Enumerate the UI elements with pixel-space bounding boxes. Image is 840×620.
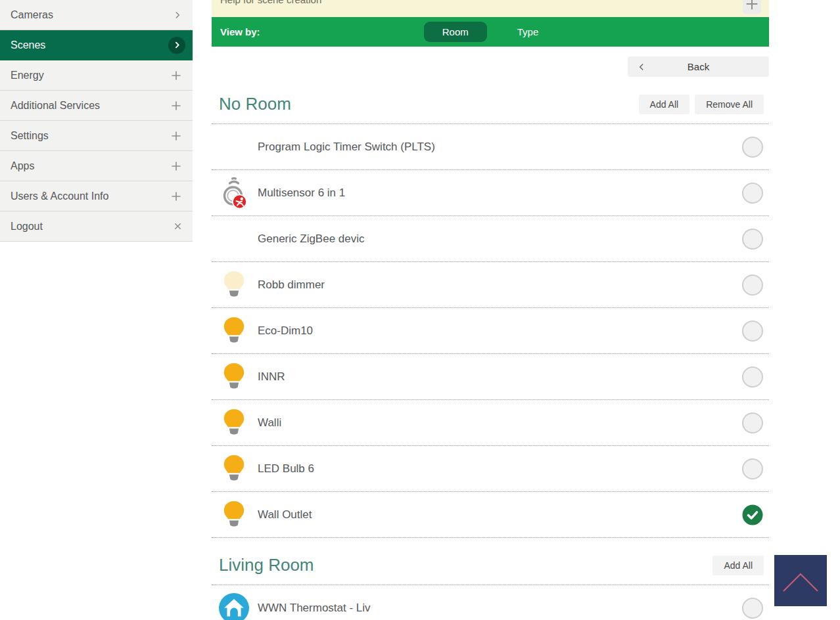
- back-button[interactable]: Back: [628, 56, 769, 77]
- device-name: Robb dimmer: [258, 278, 742, 292]
- section-header: Living RoomAdd All: [212, 538, 769, 585]
- sidebar-item-label: Additional Services: [11, 100, 100, 112]
- device-name: Program Logic Timer Switch (PLTS): [258, 141, 742, 154]
- device-selected-toggle[interactable]: [742, 504, 763, 525]
- section-title: No Room: [219, 94, 291, 114]
- bulb-on-icon: [219, 313, 249, 349]
- device-name: WWN Thermostat - Liv: [258, 602, 742, 615]
- device-name: LED Bulb 6: [258, 462, 742, 476]
- motion-sensor-icon: [219, 175, 249, 211]
- plus-icon: [170, 130, 182, 142]
- sidebar-item-label: Scenes: [11, 39, 45, 51]
- room-section-no-room: No RoomAdd AllRemove AllProgram Logic Ti…: [212, 77, 769, 538]
- sidebar-item-energy[interactable]: Energy: [0, 60, 193, 91]
- device-name: Multisensor 6 in 1: [258, 187, 742, 200]
- device-row: Robb dimmer: [212, 262, 769, 308]
- bulb-on-icon: [219, 497, 249, 533]
- sidebar-item-users-account-info[interactable]: Users & Account Info: [0, 181, 193, 211]
- sidebar-item-label: Apps: [11, 160, 34, 172]
- sidebar-item-scenes[interactable]: Scenes: [0, 30, 193, 60]
- bulb-on-icon: [219, 451, 249, 487]
- help-banner: Help for scene creation: [212, 0, 769, 17]
- sidebar-item-label: Logout: [11, 221, 43, 232]
- device-icon-placeholder: [219, 221, 249, 257]
- device-select-toggle[interactable]: [742, 412, 763, 433]
- device-row: INNR: [212, 354, 769, 400]
- close-icon: [174, 222, 182, 231]
- device-name: Generic ZigBee devic: [258, 232, 742, 246]
- device-row: Eco-Dim10: [212, 308, 769, 354]
- device-row: Generic ZigBee devic: [212, 216, 769, 262]
- main-content: Help for scene creation View by: RoomTyp…: [212, 0, 769, 620]
- device-select-toggle[interactable]: [742, 321, 763, 342]
- sidebar-item-label: Energy: [11, 70, 44, 81]
- room-section-living-room: Living RoomAdd AllWWN Thermostat - Liv: [212, 538, 769, 620]
- remove-all-button[interactable]: Remove All: [695, 95, 764, 114]
- scroll-to-top-button[interactable]: [774, 555, 827, 606]
- section-actions: Add All: [712, 556, 764, 575]
- add-all-button[interactable]: Add All: [639, 95, 690, 114]
- thermostat-icon: [219, 590, 249, 620]
- device-select-toggle[interactable]: [742, 366, 763, 388]
- section-title: Living Room: [219, 555, 314, 575]
- sidebar-item-apps[interactable]: Apps: [0, 151, 193, 181]
- view-tabs: RoomType: [212, 17, 769, 47]
- device-select-toggle[interactable]: [742, 458, 763, 479]
- sidebar-item-label: Cameras: [11, 9, 53, 21]
- device-select-toggle[interactable]: [742, 183, 763, 204]
- plus-icon: [170, 100, 182, 112]
- device-name: Wall Outlet: [258, 508, 742, 521]
- section-actions: Add AllRemove All: [639, 95, 764, 114]
- device-select-toggle[interactable]: [742, 229, 763, 250]
- device-row: Walli: [212, 400, 769, 446]
- chevron-right-icon: [168, 37, 185, 54]
- device-select-toggle[interactable]: [742, 137, 763, 158]
- sidebar-item-cameras[interactable]: Cameras: [0, 0, 193, 30]
- plus-icon: [170, 70, 182, 81]
- device-row: WWN Thermostat - Liv: [212, 585, 769, 620]
- sidebar-item-additional-services[interactable]: Additional Services: [0, 91, 193, 121]
- help-expand-button[interactable]: [743, 0, 761, 14]
- device-icon-placeholder: [219, 129, 249, 166]
- device-row: Multisensor 6 in 1: [212, 170, 769, 216]
- sidebar-item-settings[interactable]: Settings: [0, 121, 193, 151]
- view-tab-room[interactable]: Room: [424, 22, 487, 42]
- device-row: LED Bulb 6: [212, 446, 769, 492]
- device-name: INNR: [258, 370, 742, 384]
- add-all-button[interactable]: Add All: [712, 556, 764, 575]
- device-row: Wall Outlet: [212, 492, 769, 538]
- sidebar-item-label: Users & Account Info: [11, 190, 108, 202]
- bulb-on-icon: [219, 359, 249, 395]
- back-row: Back: [212, 56, 769, 77]
- sidebar: CamerasScenesEnergyAdditional ServicesSe…: [0, 0, 193, 242]
- back-button-label: Back: [688, 61, 709, 72]
- sidebar-item-logout[interactable]: Logout: [0, 211, 193, 242]
- chevron-right-icon: [173, 11, 182, 20]
- plus-icon: [170, 190, 182, 202]
- bulb-on-icon: [219, 405, 249, 441]
- room-sections: No RoomAdd AllRemove AllProgram Logic Ti…: [212, 77, 769, 620]
- plus-icon: [745, 0, 758, 12]
- bulb-off-icon: [219, 267, 249, 303]
- view-by-bar: View by: RoomType: [212, 17, 769, 47]
- device-select-toggle[interactable]: [742, 275, 763, 296]
- chevron-left-icon: [637, 62, 646, 72]
- device-name: Eco-Dim10: [258, 324, 742, 338]
- device-row: Program Logic Timer Switch (PLTS): [212, 124, 769, 170]
- view-tab-type[interactable]: Type: [499, 22, 557, 42]
- chevron-up-icon: [776, 564, 826, 598]
- plus-icon: [170, 160, 182, 172]
- device-select-toggle[interactable]: [742, 598, 763, 619]
- device-name: Walli: [258, 416, 742, 430]
- section-header: No RoomAdd AllRemove All: [212, 77, 769, 124]
- sidebar-item-label: Settings: [11, 130, 49, 142]
- help-banner-text: Help for scene creation: [220, 0, 321, 5]
